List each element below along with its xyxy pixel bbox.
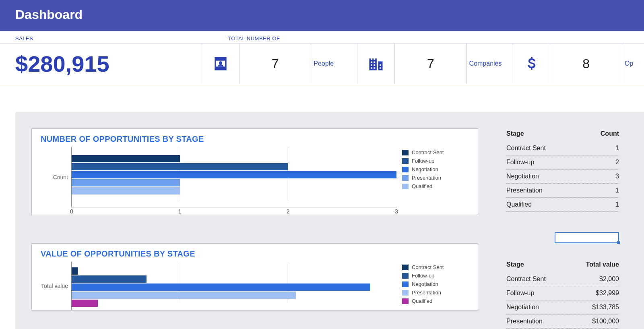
chart2-ylabel: Total value	[41, 262, 71, 310]
page-title: Dashboard	[0, 0, 644, 31]
chart2-title: VALUE OF OPPORTUNITIES BY STAGE	[41, 249, 469, 259]
dollar-icon	[513, 43, 551, 84]
kpi-label-sales: SALES	[0, 35, 225, 41]
svg-rect-1	[215, 68, 226, 70]
legend-label: Contract Sent	[412, 264, 444, 270]
body-area: NUMBER OF OPPORTUNITIES BY STAGE Count 0	[15, 112, 644, 329]
kpi-label-total: TOTAL NUMBER OF	[225, 35, 280, 41]
kpi-companies-label: Companies	[467, 43, 513, 84]
cell-value: 1	[583, 141, 619, 155]
table-row[interactable]: Qualified1	[506, 198, 619, 212]
svg-rect-0	[215, 57, 226, 60]
bar-presentation	[72, 179, 180, 186]
bar-contract-sent	[72, 267, 78, 275]
legend-label: Negotiation	[412, 166, 438, 172]
cell-stage: Follow-up	[506, 155, 583, 170]
bar-contract-sent	[72, 155, 180, 162]
swatch-icon	[402, 158, 409, 164]
kpi-strip: SALES TOTAL NUMBER OF $280,915 7 People …	[0, 31, 644, 84]
bar-negotiation	[72, 283, 370, 291]
svg-point-3	[219, 61, 222, 64]
table-row[interactable]: Presentation$100,000	[506, 315, 619, 329]
cell-value: 2	[583, 155, 619, 170]
chart1-legend: Contract Sent Follow-up Negotiation Pres…	[396, 147, 469, 207]
legend-label: Follow-up	[412, 158, 434, 164]
swatch-icon	[402, 290, 409, 296]
chart2-legend: Contract Sent Follow-up Negotiation Pres…	[396, 262, 469, 310]
swatch-icon	[402, 281, 409, 287]
bar-qualified	[72, 300, 98, 307]
cell-value: 1	[583, 184, 619, 198]
swatch-icon	[402, 184, 409, 189]
th-stage: Stage	[506, 259, 568, 272]
legend-label: Qualified	[412, 298, 432, 304]
legend-label: Contract Sent	[412, 149, 444, 155]
cell-stage: Negotiation	[506, 170, 583, 184]
table-row[interactable]: Contract Sent$2,000	[506, 272, 619, 286]
companies-icon	[357, 43, 395, 84]
table-value-by-stage: StageTotal value Contract Sent$2,000 Fol…	[506, 259, 619, 329]
table-row[interactable]: Negotiation$133,785	[506, 300, 619, 315]
th-value: Total value	[568, 259, 619, 272]
cell-value: 3	[583, 170, 619, 184]
kpi-people-count: 7	[239, 43, 312, 84]
th-count: Count	[583, 128, 619, 141]
legend-label: Negotiation	[412, 281, 438, 287]
selected-cell[interactable]	[555, 232, 619, 243]
chart-value-by-stage: VALUE OF OPPORTUNITIES BY STAGE Total va…	[31, 243, 478, 310]
cell-stage: Contract Sent	[506, 272, 568, 286]
cell-value: $2,000	[568, 272, 619, 286]
swatch-icon	[402, 298, 409, 304]
bar-negotiation	[72, 171, 396, 178]
cell-stage: Contract Sent	[506, 141, 583, 155]
table-row[interactable]: Presentation1	[506, 184, 619, 198]
chart1-ylabel: Count	[41, 147, 71, 207]
legend-label: Presentation	[412, 175, 441, 181]
swatch-icon	[402, 167, 409, 172]
cell-stage: Presentation	[506, 315, 568, 329]
kpi-people-label: People	[311, 43, 357, 84]
legend-label: Presentation	[412, 290, 441, 296]
cell-stage: Negotiation	[506, 300, 568, 315]
table-row[interactable]: Follow-up$32,999	[506, 286, 619, 300]
cell-stage: Follow-up	[506, 286, 568, 300]
chart1-plot: 0 1 2 3	[71, 147, 396, 207]
bar-follow-up	[72, 163, 288, 170]
kpi-sales-value: $280,915	[15, 51, 109, 77]
cell-value: 1	[583, 198, 619, 212]
swatch-icon	[402, 273, 409, 279]
cell-value: $133,785	[568, 300, 619, 315]
kpi-opps-label: Op	[622, 43, 644, 84]
kpi-sales: $280,915	[0, 43, 202, 84]
bar-qualified	[72, 187, 180, 195]
chart2-plot	[71, 262, 396, 310]
swatch-icon	[402, 265, 409, 270]
th-stage: Stage	[506, 128, 583, 141]
xtick: 2	[287, 208, 290, 215]
people-icon	[202, 43, 239, 84]
table-row[interactable]: Contract Sent1	[506, 141, 619, 155]
kpi-companies-count: 7	[395, 43, 467, 84]
chart-opps-by-stage: NUMBER OF OPPORTUNITIES BY STAGE Count 0	[31, 128, 478, 215]
xtick: 0	[70, 208, 73, 215]
kpi-opps-count: 8	[550, 43, 622, 84]
xtick: 3	[395, 208, 398, 215]
xtick: 1	[178, 208, 182, 215]
legend-label: Follow-up	[412, 273, 434, 279]
cell-stage: Presentation	[506, 184, 583, 198]
swatch-icon	[402, 150, 409, 155]
bar-follow-up	[72, 275, 147, 283]
bar-presentation	[72, 292, 296, 299]
cell-value: $100,000	[568, 315, 619, 329]
table-count-by-stage: StageCount Contract Sent1 Follow-up2 Neg…	[506, 128, 619, 212]
table-row[interactable]: Negotiation3	[506, 170, 619, 184]
cell-value: $32,999	[568, 286, 619, 300]
swatch-icon	[402, 175, 409, 181]
cell-stage: Qualified	[506, 198, 583, 212]
chart1-title: NUMBER OF OPPORTUNITIES BY STAGE	[41, 134, 469, 144]
legend-label: Qualified	[412, 183, 432, 189]
table-row[interactable]: Follow-up2	[506, 155, 619, 170]
